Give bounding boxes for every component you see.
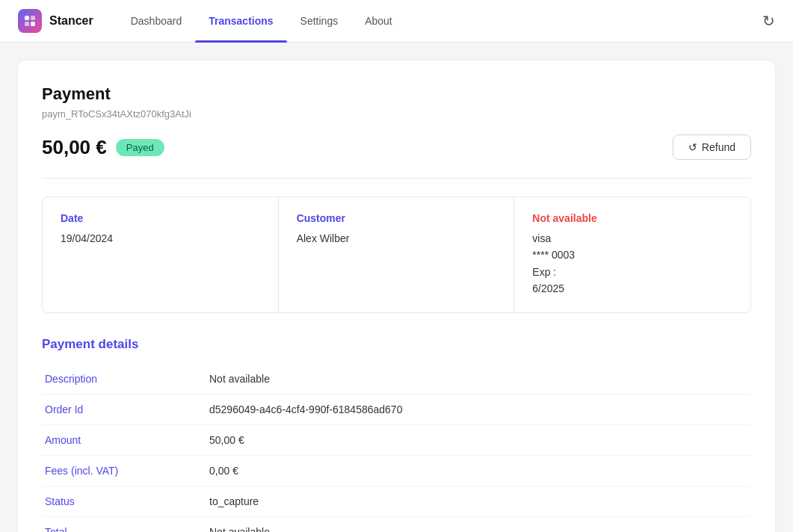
customer-label: Customer (297, 212, 496, 224)
payment-amount-row: 50,00 € Payed ↺ Refund (42, 134, 751, 160)
card-info: visa **** 0003 Exp : 6/2025 (532, 230, 732, 297)
row-value: Not available (206, 364, 751, 395)
row-label: Order Id (42, 394, 206, 424)
refund-label: Refund (702, 141, 735, 153)
brand-name: Stancer (49, 14, 93, 28)
customer-value: Alex Wilber (297, 230, 496, 247)
card-column: Not available visa **** 0003 Exp : 6/202… (514, 197, 750, 312)
table-row: Amount50,00 € (42, 424, 751, 455)
table-row: Fees (incl. VAT)0,00 € (42, 455, 751, 486)
nav-about[interactable]: About (351, 0, 406, 43)
table-row: DescriptionNot available (42, 364, 751, 395)
card-exp-label: Exp : (532, 264, 732, 280)
status-badge: Payed (116, 139, 164, 156)
svg-rect-0 (25, 16, 29, 20)
svg-rect-2 (25, 22, 29, 26)
payment-card: Payment paym_RToCSx34tAXtz070kfg3AtJi 50… (18, 61, 775, 532)
card-label: Not available (532, 212, 732, 224)
row-value: 0,00 € (206, 455, 751, 486)
refresh-icon[interactable]: ↻ (762, 12, 775, 30)
card-exp-value: 6/2025 (532, 280, 732, 297)
svg-rect-1 (31, 16, 35, 20)
row-label: Description (42, 364, 206, 395)
row-label: Fees (incl. VAT) (42, 455, 206, 486)
nav-settings[interactable]: Settings (287, 0, 352, 43)
customer-column: Customer Alex Wilber (279, 197, 515, 312)
brand-logo (18, 9, 42, 33)
nav-dashboard[interactable]: Dashboard (117, 0, 196, 43)
row-label: Status (42, 486, 206, 516)
payment-title: Payment (42, 84, 751, 104)
table-row: Order Idd5296049-a4c6-4cf4-990f-6184586a… (42, 394, 751, 424)
row-value: 50,00 € (206, 424, 751, 455)
row-value: d5296049-a4c6-4cf4-990f-6184586ad670 (206, 394, 751, 424)
date-label: Date (61, 212, 260, 224)
main-content: Payment paym_RToCSx34tAXtz070kfg3AtJi 50… (0, 43, 793, 532)
card-brand: visa (532, 230, 732, 247)
date-value: 19/04/2024 (61, 230, 260, 247)
date-column: Date 19/04/2024 (43, 197, 279, 312)
row-label: Total (42, 516, 206, 532)
payment-details-title: Payment details (42, 337, 751, 352)
payment-amount-left: 50,00 € Payed (42, 136, 164, 159)
row-label: Amount (42, 424, 206, 455)
refund-icon: ↺ (688, 141, 697, 153)
payment-amount: 50,00 € (42, 136, 107, 159)
table-row: Statusto_capture (42, 486, 751, 516)
details-table: DescriptionNot availableOrder Idd5296049… (42, 364, 751, 532)
card-number: **** 0003 (532, 247, 732, 263)
info-columns: Date 19/04/2024 Customer Alex Wilber Not… (42, 197, 751, 313)
nav-transactions[interactable]: Transactions (195, 0, 286, 43)
brand: Stancer (18, 9, 93, 33)
row-value: Not available (206, 516, 751, 532)
row-value: to_capture (206, 486, 751, 516)
nav-links: Dashboard Transactions Settings About (117, 0, 738, 43)
divider (42, 178, 751, 179)
table-row: TotalNot available (42, 516, 751, 532)
svg-rect-3 (31, 22, 35, 26)
navbar: Stancer Dashboard Transactions Settings … (0, 0, 793, 43)
refund-button[interactable]: ↺ Refund (673, 134, 751, 160)
payment-id: paym_RToCSx34tAXtz070kfg3AtJi (42, 108, 751, 120)
